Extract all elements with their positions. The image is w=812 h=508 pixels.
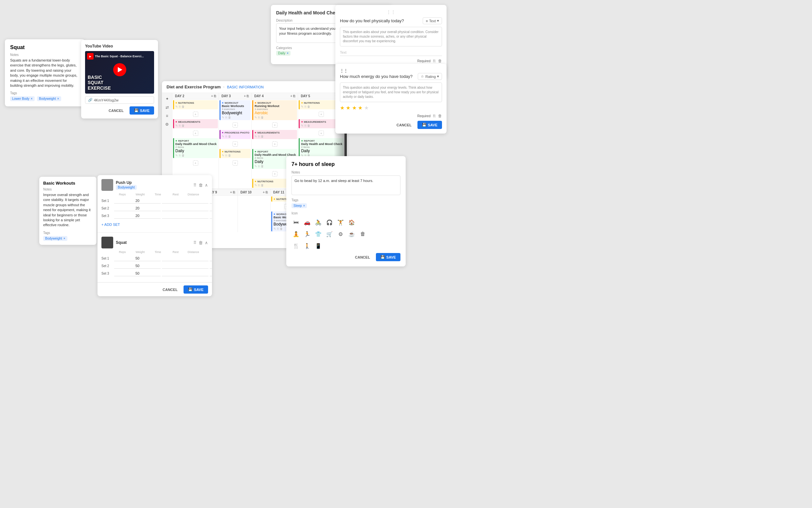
exercise-cancel-button[interactable]: CANCEL <box>159 286 181 294</box>
remove-tag-bodyweight[interactable]: × <box>57 97 59 100</box>
day-3-copy[interactable]: ⎘ <box>247 94 249 98</box>
icon-bike[interactable]: 🚴 <box>314 218 323 227</box>
star-5[interactable]: ★ <box>364 105 369 111</box>
icon-coffee[interactable]: ☕ <box>347 229 356 239</box>
q2-save-button[interactable]: 💾 SAVE <box>417 121 442 129</box>
icon-car[interactable]: 🚗 <box>303 218 312 227</box>
day-2-add[interactable]: + <box>211 94 213 98</box>
question-2-description[interactable]: This question asks about your energy lev… <box>340 83 442 102</box>
bw-tag-bodyweight[interactable]: Bodyweight × <box>43 236 67 241</box>
squat-set3-weight[interactable] <box>162 271 209 276</box>
icon-headphones[interactable]: 🎧 <box>325 218 334 227</box>
url-value[interactable]: 4KmY44Xsg2w <box>94 98 119 102</box>
pushup-set2-time[interactable] <box>210 206 212 211</box>
squat-set2-reps[interactable] <box>114 263 161 269</box>
squat-set1-reps[interactable] <box>114 256 161 261</box>
remove-bw-tag[interactable]: × <box>63 237 65 240</box>
squat-set2-time[interactable] <box>210 263 212 269</box>
star-3[interactable]: ★ <box>352 105 357 111</box>
yt-play-button[interactable] <box>113 63 126 76</box>
add-day5-nutrition[interactable]: + <box>319 112 324 117</box>
add-day5-measurement[interactable]: + <box>319 131 324 136</box>
sidebar-icon-1[interactable]: ✦ <box>164 95 171 102</box>
sidebar-icon-3[interactable]: ≡ <box>164 113 171 119</box>
pushup-set2-reps[interactable] <box>114 206 161 211</box>
sleep-save-button[interactable]: 💾 SAVE <box>376 253 400 261</box>
pushup-collapse[interactable]: ∧ <box>205 183 208 187</box>
tag-lower-body[interactable]: Lower Body × <box>10 96 35 101</box>
star-1[interactable]: ★ <box>340 105 345 111</box>
remove-daily-tag[interactable]: × <box>286 51 288 55</box>
sleep-cancel-button[interactable]: CANCEL <box>352 253 373 261</box>
pushup-set1-time[interactable] <box>210 198 212 204</box>
star-2[interactable]: ★ <box>346 105 350 111</box>
delete-icon-1[interactable]: 🗑 <box>438 58 442 63</box>
youtube-save-button[interactable]: 💾 SAVE <box>130 107 154 115</box>
add-day4-measurement[interactable]: + <box>272 141 277 146</box>
icon-gym[interactable]: 🏋 <box>336 218 345 227</box>
question-1-type-select[interactable]: ≡ Text ▾ <box>423 17 442 24</box>
youtube-thumbnail[interactable]: ▶ The Basic Squat - Balance Exerci... BA… <box>85 51 154 94</box>
squat-collapse[interactable]: ∧ <box>205 240 208 245</box>
sidebar-icon-4[interactable]: ⚙ <box>164 121 171 128</box>
icon-run[interactable]: 🏃 <box>303 229 312 239</box>
icon-phone[interactable]: 📱 <box>314 241 323 250</box>
icon-trash[interactable]: 🗑 <box>358 229 367 239</box>
pushup-set1-reps[interactable] <box>114 198 161 204</box>
delete-icon-2[interactable]: 🗑 <box>438 114 442 118</box>
remove-sleep-tag[interactable]: × <box>303 204 305 208</box>
copy-icon-1[interactable]: ⎘ <box>433 58 436 63</box>
day-4-add[interactable]: + <box>290 94 292 98</box>
add-day4-report[interactable]: + <box>272 171 277 176</box>
icon-shirt[interactable]: 👕 <box>314 229 323 239</box>
sleep-tag[interactable]: Sleep × <box>291 203 307 208</box>
pushup-set3-reps[interactable] <box>114 213 161 219</box>
squat-set1-time[interactable] <box>210 256 212 261</box>
question-2-type-select[interactable]: ☆ Rating ▾ <box>418 73 442 80</box>
add-day2-report[interactable]: + <box>193 160 198 166</box>
exercise-save-button[interactable]: 💾 SAVE <box>184 286 208 294</box>
add-day2-measurement[interactable]: + <box>193 131 198 136</box>
pushup-delete[interactable]: 🗑 <box>198 183 203 187</box>
day-3-add[interactable]: + <box>244 94 246 98</box>
icon-home[interactable]: 🏠 <box>347 218 356 227</box>
sidebar-icon-2[interactable]: ⇄ <box>164 104 171 111</box>
squat-set2-weight[interactable] <box>162 263 209 269</box>
star-rating[interactable]: ★ ★ ★ ★ ★ <box>340 105 442 111</box>
remove-tag-lower-body[interactable]: × <box>31 97 33 100</box>
icon-utensils[interactable]: 🍴 <box>291 241 301 250</box>
icon-gear[interactable]: ⚙ <box>336 229 345 239</box>
pushup-drag[interactable]: ⠿ <box>193 183 197 187</box>
squat-delete[interactable]: 🗑 <box>198 240 203 245</box>
add-day2-nutrition[interactable]: + <box>193 112 198 117</box>
q2-cancel-button[interactable]: CANCEL <box>393 121 415 129</box>
squat-set1-weight[interactable] <box>162 256 209 261</box>
tag-bodyweight[interactable]: Bodyweight × <box>37 96 61 101</box>
icon-cart[interactable]: 🛒 <box>325 229 334 239</box>
drag-handle-1[interactable]: ⋮⋮ <box>340 9 442 15</box>
day-4-copy[interactable]: ⎘ <box>293 94 295 98</box>
squat-set3-time[interactable] <box>210 271 212 276</box>
copy-icon-2[interactable]: ⎘ <box>433 114 436 118</box>
pushup-set3-weight[interactable] <box>162 213 209 219</box>
add-day3-workout[interactable]: + <box>233 122 238 128</box>
add-day3-nutrition[interactable]: + <box>233 160 238 166</box>
squat-drag[interactable]: ⠿ <box>193 240 197 245</box>
day-2-copy[interactable]: ⎘ <box>214 94 216 98</box>
pushup-set3-time[interactable] <box>210 213 212 219</box>
breadcrumb-link[interactable]: BASIC INFORMATION <box>227 85 264 89</box>
daily-category-tag[interactable]: Daily × <box>276 51 290 56</box>
youtube-cancel-button[interactable]: CANCEL <box>105 107 127 115</box>
icon-yoga[interactable]: 🧘 <box>291 229 301 239</box>
sleep-notes-text[interactable]: Go to bead by 12 a.m. and sleep at least… <box>291 175 400 195</box>
pushup-set1-weight[interactable] <box>162 198 209 204</box>
star-4[interactable]: ★ <box>358 105 362 111</box>
icon-bed[interactable]: 🛏 <box>291 218 301 227</box>
squat-set3-reps[interactable] <box>114 271 161 276</box>
drag-handle-2[interactable]: ⋮⋮ <box>340 69 442 73</box>
question-1-placeholder[interactable]: Text <box>340 49 442 56</box>
question-1-description[interactable]: This question asks about your overall ph… <box>340 27 442 46</box>
icon-walk[interactable]: 🚶 <box>303 241 312 250</box>
pushup-set2-weight[interactable] <box>162 206 209 211</box>
add-day3-progress[interactable]: + <box>233 141 238 146</box>
